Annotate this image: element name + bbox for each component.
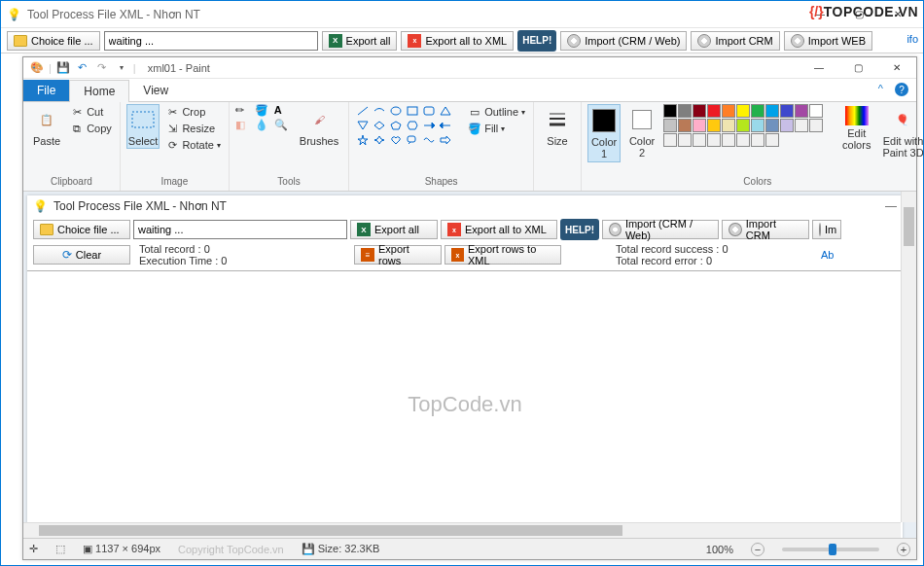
color-swatch[interactable]	[809, 119, 823, 132]
tab-file[interactable]: File	[23, 80, 69, 101]
pencil-tool[interactable]: ✏	[235, 104, 253, 117]
color-swatch[interactable]	[707, 119, 721, 132]
inner-help-sign[interactable]: HELP!	[560, 219, 599, 240]
paint-status-bar: ✛ ⬚ ▣ 1137 × 694px Copyright TopCode.vn …	[23, 538, 916, 559]
inner-choice-file-button[interactable]: Choice file ...	[33, 220, 130, 239]
scroll-thumb[interactable]	[39, 525, 622, 536]
color-swatch[interactable]	[693, 119, 706, 132]
color-swatch[interactable]	[678, 133, 692, 147]
color-palette[interactable]	[663, 104, 835, 147]
info-link[interactable]: ifo	[906, 33, 918, 45]
color-swatch[interactable]	[693, 133, 706, 147]
rotate-button[interactable]: ⟳Rotate ▾	[163, 137, 222, 153]
size-button[interactable]: Size	[540, 104, 575, 149]
inner-import-crm-web-button[interactable]: Import (CRM / Web)	[602, 220, 719, 239]
color-swatch[interactable]	[678, 119, 692, 132]
cut-button[interactable]: ✂Cut	[68, 104, 114, 120]
ribbon-collapse[interactable]: ^ ?	[878, 83, 908, 96]
refresh-icon: ⟳	[62, 248, 72, 262]
tab-view[interactable]: View	[129, 80, 182, 101]
color-swatch[interactable]	[780, 104, 794, 118]
magnifier-tool[interactable]: 🔍	[274, 119, 292, 131]
color-swatch[interactable]	[693, 104, 706, 118]
shape-outline-button[interactable]: ▭Outline ▾	[466, 104, 527, 120]
save-icon[interactable]: 💾	[55, 60, 71, 76]
paste-button[interactable]: 📋 Paste	[29, 104, 64, 149]
help-sign[interactable]: HELP!	[517, 30, 556, 52]
qat-dropdown-icon[interactable]: ▾	[114, 60, 129, 76]
svg-rect-3	[408, 107, 417, 115]
shapes-gallery[interactable]	[355, 104, 462, 147]
inner-export-rows-button[interactable]: ≡Export rows	[354, 245, 442, 265]
shape-fill-button[interactable]: 🪣Fill ▾	[466, 121, 527, 136]
export-all-button[interactable]: XExport all	[322, 31, 398, 51]
horizontal-scrollbar[interactable]	[23, 522, 901, 538]
color-swatch[interactable]	[751, 119, 764, 132]
paint-maximize-button[interactable]: ▢	[838, 58, 877, 78]
redo-icon[interactable]: ↷	[94, 60, 110, 76]
paint-window: 🎨 | 💾 ↶ ↷ ▾ | xml01 - Paint — ▢ ✕ File H…	[22, 56, 917, 560]
text-tool[interactable]: A	[274, 104, 292, 117]
inner-import-crm-button[interactable]: Import CRM	[722, 220, 809, 239]
color-swatch[interactable]	[663, 119, 677, 132]
color-swatch[interactable]	[795, 104, 808, 118]
color-swatch[interactable]	[663, 133, 677, 147]
fill-tool[interactable]: 🪣	[255, 104, 272, 117]
about-link[interactable]: Ab	[821, 249, 834, 261]
picker-tool[interactable]: 💧	[255, 119, 272, 131]
zoom-in-button[interactable]: +	[897, 543, 910, 556]
color-swatch[interactable]	[722, 119, 735, 132]
tab-home[interactable]: Home	[69, 80, 129, 102]
vertical-scrollbar[interactable]	[901, 192, 916, 522]
inner-export-all-button[interactable]: XExport all	[350, 220, 438, 239]
color-swatch[interactable]	[809, 104, 823, 118]
color-swatch[interactable]	[736, 104, 750, 118]
color-swatch[interactable]	[751, 104, 764, 118]
zoom-out-button[interactable]: −	[751, 543, 764, 556]
color-swatch[interactable]	[707, 133, 721, 147]
color-swatch[interactable]	[722, 133, 735, 147]
import-web-button[interactable]: Import WEB	[784, 31, 872, 51]
color-swatch[interactable]	[765, 119, 779, 132]
color-swatch[interactable]	[707, 104, 721, 118]
color-swatch[interactable]	[751, 133, 764, 147]
color-swatch[interactable]	[736, 133, 750, 147]
color-swatch[interactable]	[765, 133, 779, 147]
resize-button[interactable]: ⇲Resize	[163, 121, 222, 136]
color-swatch[interactable]	[678, 104, 692, 118]
color2-button[interactable]: Color 2	[624, 104, 659, 160]
brushes-button[interactable]: 🖌 Brushes	[296, 104, 342, 149]
color1-button[interactable]: Color 1	[587, 104, 621, 162]
import-crm-button[interactable]: Import CRM	[691, 31, 779, 51]
color-swatch[interactable]	[795, 119, 808, 132]
help-icon[interactable]: ?	[895, 83, 908, 96]
inner-export-all-xml-button[interactable]: xExport all to XML	[441, 220, 557, 239]
copy-button[interactable]: ⧉Copy	[68, 121, 114, 136]
import-crm-web-button[interactable]: Import (CRM / Web)	[560, 31, 687, 51]
select-button[interactable]: Select	[126, 104, 160, 149]
inner-file-input[interactable]	[133, 220, 347, 239]
export-all-xml-button[interactable]: xExport all to XML	[401, 31, 514, 51]
color-swatch[interactable]	[663, 104, 677, 118]
inner-import-cut-button[interactable]: Im	[812, 220, 841, 239]
paint-minimize-button[interactable]: —	[800, 58, 838, 78]
color-swatch[interactable]	[765, 104, 779, 118]
eraser-tool[interactable]: ◧	[235, 119, 253, 131]
color-swatch[interactable]	[722, 104, 735, 118]
choice-file-button[interactable]: Choice file ...	[7, 31, 100, 51]
inner-export-rows-xml-button[interactable]: xExport rows to XML	[444, 245, 561, 265]
crop-button[interactable]: ✂Crop	[163, 104, 222, 120]
zoom-slider[interactable]	[782, 548, 879, 551]
paint-close-button[interactable]: ✕	[877, 58, 916, 78]
zoom-slider-thumb[interactable]	[829, 544, 836, 555]
color-swatch[interactable]	[780, 119, 794, 132]
canvas-document[interactable]: 💡 Tool Process File XML - Nhơn NT — Choi…	[27, 195, 903, 538]
edit-colors-button[interactable]: Edit colors	[838, 104, 874, 153]
file-path-input[interactable]	[104, 31, 318, 51]
color-swatch[interactable]	[736, 119, 750, 132]
group-colors: Color 1 Color 2 Edit colors 🎈 Edit with …	[582, 102, 924, 191]
scroll-thumb[interactable]	[904, 207, 914, 246]
inner-clear-button[interactable]: ⟳Clear	[33, 245, 130, 265]
paint3d-button[interactable]: 🎈 Edit with Paint 3D	[878, 104, 924, 160]
undo-icon[interactable]: ↶	[75, 60, 90, 76]
